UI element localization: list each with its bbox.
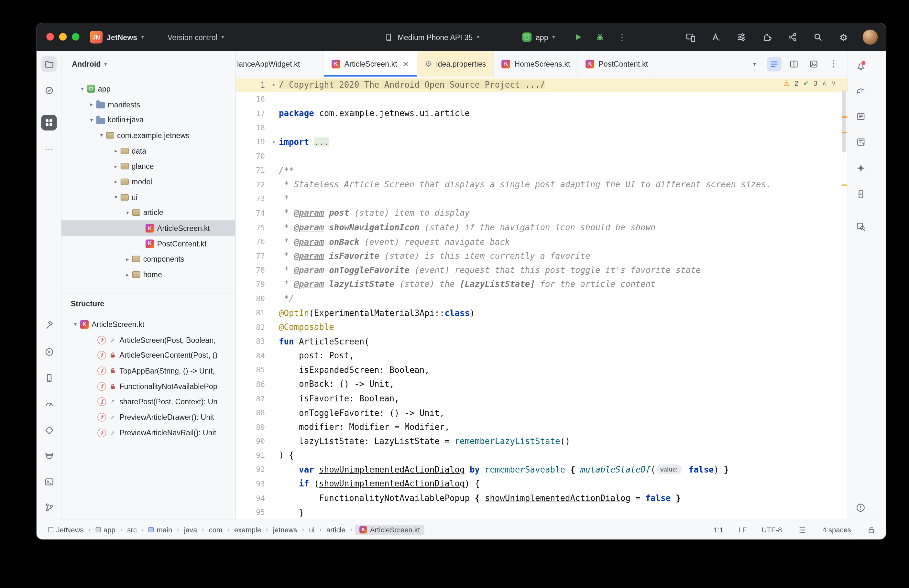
- project-tree-item-data[interactable]: ▸data: [61, 143, 236, 158]
- chevron-down-icon[interactable]: ▾: [71, 321, 80, 327]
- project-tree-item-kotlin-java[interactable]: ▾kotlin+java: [61, 112, 236, 128]
- line-number[interactable]: 73: [236, 194, 268, 203]
- line-number[interactable]: 19: [236, 137, 268, 146]
- device-manager-icon[interactable]: [853, 134, 868, 149]
- project-tree-item-model[interactable]: ▸model: [61, 174, 236, 189]
- editor-tab-lanceappwidget-kt[interactable]: lanceAppWidget.kt: [236, 51, 324, 77]
- structure-item-previewarticledrawer-unit[interactable]: f↗PreviewArticleDrawer(): Unit: [61, 409, 236, 425]
- line-number[interactable]: 90: [236, 437, 268, 445]
- code-line-84[interactable]: 84 post: Post,: [236, 349, 848, 363]
- editor-tab-idea-properties[interactable]: ⚙idea.properties: [417, 51, 494, 77]
- warning-stripe-mark[interactable]: [842, 132, 847, 133]
- editor-more-options-icon[interactable]: ⋮: [826, 57, 841, 71]
- code-line-78[interactable]: 78 * @param onToggleFavorite (event) req…: [236, 263, 848, 277]
- code-line-95[interactable]: 95 }: [236, 505, 848, 519]
- structure-item-articlescreen-post-boolean[interactable]: f↗ArticleScreen(Post, Boolean,: [61, 332, 236, 348]
- project-tree-item-manifests[interactable]: ▸manifests: [61, 97, 236, 112]
- run-configuration-selector[interactable]: app ▾: [522, 23, 555, 51]
- line-number[interactable]: 18: [236, 123, 268, 132]
- line-number[interactable]: 89: [236, 422, 268, 431]
- close-window-button[interactable]: [46, 33, 54, 40]
- user-avatar[interactable]: [863, 29, 878, 45]
- next-problem-icon[interactable]: ∨: [832, 79, 836, 87]
- code-line-72[interactable]: 72 * Stateless Article Screen that displ…: [236, 178, 848, 192]
- line-number[interactable]: 79: [236, 280, 268, 289]
- chevron-down-icon[interactable]: ▾: [77, 86, 87, 92]
- chevron-right-icon[interactable]: ▸: [111, 179, 121, 185]
- code-line-71[interactable]: 71/**: [236, 163, 848, 178]
- line-number[interactable]: 76: [236, 237, 268, 246]
- minimize-window-button[interactable]: [59, 33, 67, 40]
- structure-tool-button[interactable]: [41, 115, 57, 130]
- line-number[interactable]: 16: [236, 95, 268, 103]
- code-line-77[interactable]: 77 * @param isFavorite (state) is this i…: [236, 249, 848, 263]
- share-profile-icon[interactable]: [786, 30, 799, 44]
- readonly-lock-icon[interactable]: [866, 525, 876, 535]
- code-line-73[interactable]: 73 *: [236, 192, 848, 206]
- chevron-down-icon[interactable]: ▾: [123, 210, 132, 216]
- line-number[interactable]: 70: [236, 152, 268, 160]
- code-line-86[interactable]: 86 onBack: () -> Unit,: [236, 377, 848, 391]
- code-line-81[interactable]: 81@OptIn(ExperimentalMaterial3Api::class…: [236, 305, 848, 320]
- line-number[interactable]: 83: [236, 337, 268, 346]
- line-number[interactable]: 77: [236, 252, 268, 260]
- settings-gear-icon[interactable]: ⚙: [837, 30, 850, 44]
- breadcrumb-jetnews[interactable]: jetnews: [271, 525, 300, 535]
- breadcrumb-example[interactable]: example: [232, 525, 264, 535]
- design-view-icon[interactable]: [806, 57, 821, 71]
- line-number[interactable]: 72: [236, 180, 268, 189]
- chevron-down-icon[interactable]: ▾: [111, 194, 121, 200]
- code-line-82[interactable]: 82@Composable: [236, 320, 848, 334]
- app-quality-insights-tool-button[interactable]: [41, 422, 57, 438]
- structure-item-functionalitynotavailablepop[interactable]: fFunctionalityNotAvailablePop: [61, 378, 236, 394]
- build-tool-button[interactable]: [41, 318, 57, 333]
- line-number[interactable]: 84: [236, 351, 268, 360]
- line-number[interactable]: 1: [236, 81, 268, 89]
- version-control-tool-button[interactable]: [41, 499, 57, 515]
- fold-collapsed-icon[interactable]: ›: [268, 81, 279, 89]
- code-line-1[interactable]: 1›/ Copyright 2020 The Android Open Sour…: [236, 78, 848, 92]
- more-run-options-button[interactable]: ⋮: [614, 23, 630, 51]
- search-everywhere-icon[interactable]: [812, 30, 824, 44]
- code-line-92[interactable]: 92 var showUnimplementedActionDialog by …: [236, 462, 848, 477]
- code-line-83[interactable]: 83fun ArticleScreen(: [236, 334, 848, 348]
- project-tree-item-home[interactable]: ▸home: [61, 267, 236, 283]
- editor-tab-homescreens-kt[interactable]: KHomeScreens.kt: [494, 51, 578, 77]
- close-tab-icon[interactable]: ×: [402, 59, 409, 69]
- notifications-bell-icon[interactable]: [853, 58, 868, 73]
- code-line-80[interactable]: 80 */: [236, 291, 848, 305]
- chevron-right-icon[interactable]: ▸: [123, 256, 132, 262]
- code-assist-icon[interactable]: [710, 30, 722, 44]
- project-tree-item-app[interactable]: ▾app: [61, 81, 236, 97]
- breadcrumb-src[interactable]: src: [125, 525, 139, 535]
- breadcrumb-main[interactable]: main: [146, 525, 174, 535]
- fold-collapsed-icon[interactable]: ›: [268, 138, 279, 146]
- warning-stripe-mark[interactable]: [842, 184, 847, 186]
- settings-sliders-icon[interactable]: [735, 30, 748, 44]
- code-line-17[interactable]: 17package com.example.jetnews.ui.article: [236, 106, 848, 120]
- device-mirroring-icon[interactable]: [684, 30, 697, 44]
- code-editor[interactable]: ⚠ 2 ✔ 3 ∧ ∨ 1›/ Copyright 2020 The Andro…: [236, 77, 848, 519]
- logcat-tool-button[interactable]: [41, 448, 57, 464]
- profiler-tool-button[interactable]: [41, 396, 57, 412]
- code-view-icon[interactable]: [767, 57, 781, 71]
- line-number[interactable]: 86: [236, 380, 268, 388]
- project-tool-button[interactable]: [41, 56, 57, 72]
- line-number[interactable]: 95: [236, 508, 268, 517]
- editor-scrollbar[interactable]: [842, 90, 846, 153]
- more-tool-windows-button[interactable]: ⋯: [41, 141, 57, 157]
- code-line-79[interactable]: 79 * @param lazyListState (state) the [L…: [236, 277, 848, 291]
- chevron-down-icon[interactable]: ▾: [97, 132, 106, 139]
- warning-stripe-mark[interactable]: [842, 116, 847, 118]
- code-line-76[interactable]: 76 * @param onBack (event) request navig…: [236, 234, 848, 249]
- project-tree-item-ui[interactable]: ▾ui: [61, 189, 236, 205]
- problems-tool-button[interactable]: [853, 500, 868, 515]
- code-line-16[interactable]: 16: [236, 92, 848, 106]
- code-line-85[interactable]: 85 isExpandedScreen: Boolean,: [236, 363, 848, 377]
- project-tree-item-article[interactable]: ▾article: [61, 205, 236, 221]
- hidden-tabs-dropdown[interactable]: ▾: [747, 57, 762, 71]
- breadcrumb-java[interactable]: java: [182, 525, 200, 535]
- device-explorer-icon[interactable]: [853, 108, 868, 124]
- layout-inspector-icon[interactable]: [853, 219, 868, 234]
- breadcrumb-articlescreen-kt[interactable]: KArticleScreen.kt: [355, 525, 425, 535]
